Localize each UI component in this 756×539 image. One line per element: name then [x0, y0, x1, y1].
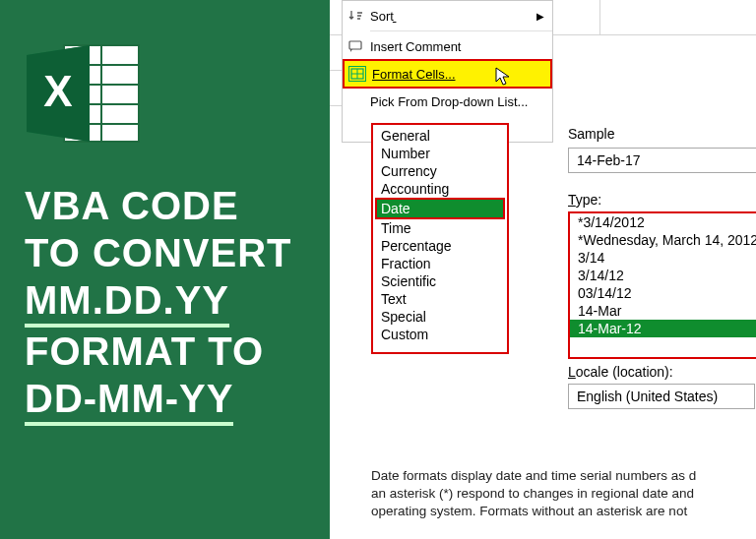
locale-value: English (United States) [577, 389, 718, 404]
locale-label: Locale (location): [568, 364, 756, 380]
sort-icon [346, 8, 364, 24]
category-item[interactable]: Accounting [375, 180, 505, 198]
type-listbox[interactable]: *3/14/2012 *Wednesday, March 14, 2012 3/… [568, 211, 756, 359]
category-item[interactable]: Custom [375, 326, 505, 343]
category-item[interactable]: Scientific [375, 272, 505, 290]
info-panel: X VBA CODE TO CONVERT MM.DD.YY FORMAT TO… [0, 0, 330, 539]
format-cells-icon [348, 66, 366, 82]
type-item[interactable]: 14-Mar [570, 302, 756, 320]
ctx-pick-list[interactable]: Pick From Drop-down List... [343, 89, 552, 114]
type-label: Type: [568, 192, 756, 208]
ctx-format-cells[interactable]: Format Cells... [343, 59, 552, 89]
excel-logo-icon: X [25, 39, 143, 148]
screenshot-area: Sort ▶ Insert Comment Format Cells... Pi… [330, 0, 756, 539]
sample-label: Sample [568, 126, 756, 142]
category-item[interactable]: Number [375, 145, 505, 162]
description-text: Date formats display date and time seria… [371, 467, 756, 521]
comment-icon [346, 38, 364, 54]
type-item[interactable]: *Wednesday, March 14, 2012 [570, 231, 756, 249]
category-listbox[interactable]: General Number Currency Accounting Date … [371, 123, 509, 354]
ctx-sort-underline [393, 9, 397, 24]
ctx-format-cells-label: Format Cells... [372, 67, 456, 82]
ctx-sort-label: Sort [370, 9, 394, 24]
sample-section: Sample 14-Feb-17 [568, 126, 756, 173]
category-item[interactable]: Currency [375, 162, 505, 180]
type-item[interactable]: 03/14/12 [570, 284, 756, 302]
category-item[interactable]: Text [375, 290, 505, 308]
type-item[interactable]: *3/14/2012 [570, 213, 756, 231]
separator [370, 30, 552, 31]
ctx-insert-comment[interactable]: Insert Comment [343, 33, 552, 59]
category-item-selected[interactable]: Date [375, 198, 505, 219]
svg-text:X: X [43, 67, 72, 115]
category-item[interactable]: Fraction [375, 255, 505, 272]
title-line-4: FORMAT TO [25, 328, 310, 375]
svg-rect-10 [349, 41, 361, 49]
context-menu: Sort ▶ Insert Comment Format Cells... Pi… [342, 0, 553, 143]
type-item[interactable]: 3/14/12 [570, 267, 756, 284]
category-item[interactable]: Time [375, 219, 505, 237]
title-highlight-2: DD-MM-YY [25, 375, 233, 426]
type-item[interactable]: 3/14 [570, 249, 756, 267]
title-line-1: VBA CODE [25, 182, 310, 229]
ctx-pick-list-label: Pick From Drop-down List... [370, 94, 528, 109]
title-line-2: TO CONVERT [25, 229, 310, 276]
title-highlight-1: MM.DD.YY [25, 276, 229, 328]
title-text: VBA CODE TO CONVERT MM.DD.YY FORMAT TO D… [25, 182, 310, 426]
ctx-sort[interactable]: Sort ▶ [343, 3, 552, 29]
category-item[interactable]: Special [375, 308, 505, 326]
sample-value: 14-Feb-17 [568, 148, 756, 173]
cursor-icon [495, 67, 511, 87]
locale-section: Locale (location): English (United State… [568, 364, 756, 409]
submenu-arrow-icon: ▶ [536, 11, 544, 22]
locale-dropdown[interactable]: English (United States) [568, 384, 755, 409]
category-item[interactable]: General [375, 127, 505, 145]
type-item-selected[interactable]: 14-Mar-12 [570, 320, 756, 337]
category-item[interactable]: Percentage [375, 237, 505, 255]
ctx-insert-comment-label: Insert Comment [370, 39, 461, 54]
type-section: Type: *3/14/2012 *Wednesday, March 14, 2… [568, 192, 756, 359]
